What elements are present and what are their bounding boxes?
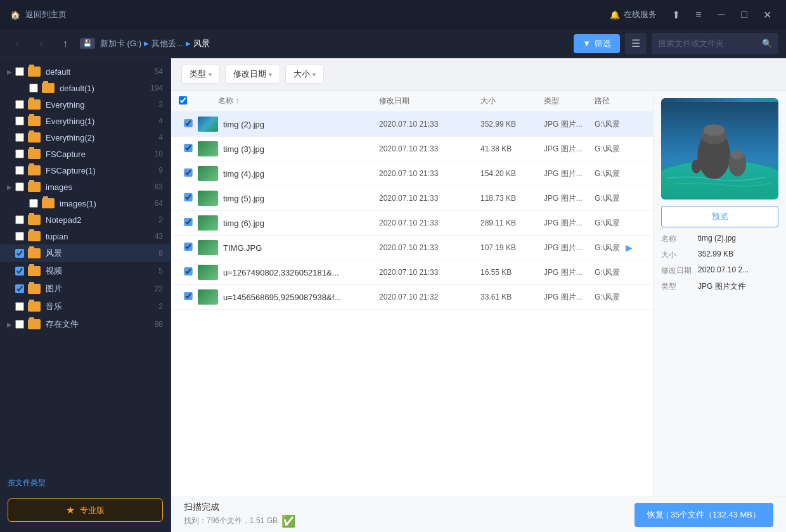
sidebar-item-count: 2 — [158, 302, 163, 311]
content-wrapper: 类型 ▾ 修改日期 ▾ 大小 ▾ — [171, 58, 786, 532]
row-checkbox[interactable] — [179, 243, 198, 251]
play-icon[interactable]: ▶ — [622, 241, 635, 254]
row-type: JPG 图片... — [544, 168, 595, 179]
table-row[interactable]: timg (4).jpg 2020.07.10 21:33 154.20 KB … — [171, 162, 653, 186]
sidebar-item-images1[interactable]: images(1) 64 — [0, 195, 171, 212]
select-all-checkbox[interactable] — [179, 96, 187, 104]
list-view-button[interactable]: ☰ — [625, 33, 647, 54]
online-service-button[interactable]: 🔔 在线服务 — [610, 9, 657, 20]
filter-button[interactable]: ▼ 筛选 — [574, 34, 620, 53]
folder-icon — [28, 319, 41, 329]
row-checkbox[interactable] — [179, 144, 198, 152]
menu-button[interactable]: ≡ — [690, 6, 707, 23]
row-checkbox[interactable] — [179, 292, 198, 300]
sidebar-item-everything2[interactable]: Everything(2) 4 — [0, 129, 171, 146]
size-filter-dropdown[interactable]: 大小 ▾ — [285, 65, 324, 84]
row-size: 107.19 KB — [480, 243, 544, 252]
breadcrumb-path1[interactable]: 其他丢... — [151, 38, 183, 49]
table-row[interactable]: timg (2).jpg 2020.07.10 21:33 352.99 KB … — [171, 112, 653, 137]
sidebar-check-fscapture1[interactable] — [15, 166, 24, 175]
row-checkbox[interactable] — [179, 119, 198, 127]
info-size-row: 大小 352.99 KB — [661, 250, 778, 260]
share-button[interactable]: ⬆ — [667, 6, 685, 23]
sidebar-check-tupian2[interactable] — [15, 284, 24, 293]
header-date-col[interactable]: 修改日期 — [379, 96, 480, 106]
scan-status: 扫描完成 找到：796个文件，1.51 GB ✅ — [184, 502, 295, 528]
size-value: 352.99 KB — [698, 250, 778, 260]
restore-button[interactable]: 恢复 | 35个文件（132.43 MB） — [635, 503, 773, 527]
sidebar-item-cunzai[interactable]: ▶ 存在文件 98 — [0, 315, 171, 333]
type-filter-dropdown[interactable]: 类型 ▾ — [181, 65, 220, 84]
row-checkbox[interactable] — [179, 193, 198, 201]
header-size-col[interactable]: 大小 — [480, 96, 544, 106]
sidebar-item-images[interactable]: ▶ images 63 — [0, 179, 171, 195]
row-checkbox[interactable] — [179, 218, 198, 226]
date-label: 修改日期 — [661, 265, 693, 276]
sidebar-check-everything2[interactable] — [15, 133, 24, 142]
search-input[interactable] — [658, 39, 762, 48]
maximize-button[interactable]: □ — [735, 6, 753, 23]
sidebar-item-count: 22 — [155, 284, 163, 293]
table-row[interactable]: TIMG.JPG 2020.07.10 21:33 107.19 KB JPG … — [171, 236, 653, 260]
sidebar-item-yinyue[interactable]: 音乐 2 — [0, 298, 171, 315]
sidebar-check-everything[interactable] — [15, 100, 24, 109]
sidebar-item-fscapture[interactable]: FSCapture 10 — [0, 146, 171, 162]
row-type: JPG 图片... — [544, 267, 595, 278]
sidebar-check-fengjing[interactable] — [15, 249, 24, 258]
table-row[interactable]: timg (6).jpg 2020.07.10 21:33 289.11 KB … — [171, 211, 653, 236]
sidebar-check-default1[interactable] — [29, 84, 38, 92]
header-path-col[interactable]: 路径 — [595, 96, 645, 106]
row-size: 289.11 KB — [480, 218, 544, 227]
sidebar-check-default[interactable] — [15, 67, 24, 76]
folder-icon — [28, 132, 41, 142]
sidebar-item-count: 9 — [158, 166, 163, 175]
sidebar-check-shipin[interactable] — [15, 267, 24, 276]
table-row[interactable]: u=1456568695,9259087938&f... 2020.07.10 … — [171, 285, 653, 310]
sidebar-item-tupian[interactable]: tupian 43 — [0, 228, 171, 244]
breadcrumb-drive[interactable]: 新加卡 (G:) — [100, 38, 141, 49]
premium-label: 专业版 — [80, 505, 105, 516]
home-button[interactable]: 🏠 返回到主页 — [10, 9, 67, 20]
file-info: 名称 timg (2).jpg 大小 352.99 KB 修改日期 2020.0… — [661, 234, 778, 292]
sidebar-check-fscapture[interactable] — [15, 149, 24, 158]
header-type-col[interactable]: 类型 — [544, 96, 595, 106]
sidebar-check-cunzai[interactable] — [15, 320, 24, 329]
premium-button[interactable]: ★ 专业版 — [8, 498, 163, 522]
close-button[interactable]: ✕ — [758, 6, 776, 23]
up-button[interactable]: ↑ — [56, 34, 75, 53]
info-type-row: 类型 JPG 图片文件 — [661, 281, 778, 292]
sidebar-item-shipin[interactable]: 视频 5 — [0, 262, 171, 280]
sidebar-item-default[interactable]: ▶ default 54 — [0, 63, 171, 80]
sidebar-item-fengjing[interactable]: 风景 8 — [0, 244, 171, 262]
sidebar-check-images1[interactable] — [29, 199, 38, 208]
preview-button[interactable]: 预览 — [661, 206, 778, 227]
sidebar-item-everything1[interactable]: Everything(1) 4 — [0, 113, 171, 129]
header-name-col[interactable]: 名称 — [218, 96, 379, 106]
sidebar-item-default1[interactable]: default(1) 194 — [0, 80, 171, 96]
forward-button[interactable]: › — [32, 34, 51, 53]
path-header-label: 路径 — [595, 96, 610, 105]
sidebar-item-everything[interactable]: Everything 3 — [0, 96, 171, 113]
sidebar-item-label: 风景 — [46, 248, 156, 259]
row-path: G:\风景 — [595, 119, 645, 130]
sidebar-item-tupian2[interactable]: 图片 22 — [0, 280, 171, 298]
back-button[interactable]: ‹ — [8, 34, 27, 53]
minimize-button[interactable]: ─ — [712, 6, 730, 23]
search-box[interactable]: 🔍 — [652, 33, 778, 54]
table-row[interactable]: timg (5).jpg 2020.07.10 21:33 118.73 KB … — [171, 186, 653, 211]
sidebar-check-notepad2[interactable] — [15, 215, 24, 224]
sidebar-check-tupian[interactable] — [15, 232, 24, 241]
arrow-icon: ▶ — [5, 320, 14, 329]
table-row[interactable]: timg (3).jpg 2020.07.10 21:33 41.38 KB J… — [171, 137, 653, 162]
row-checkbox[interactable] — [179, 168, 198, 177]
sidebar-check-yinyue[interactable] — [15, 302, 24, 311]
sidebar-item-fscapture1[interactable]: FSCapture(1) 9 — [0, 162, 171, 179]
sidebar-check-everything1[interactable] — [15, 117, 24, 125]
sidebar-item-notepad2[interactable]: Notepad2 2 — [0, 212, 171, 228]
table-row[interactable]: u=1267490802,3326052181&... 2020.07.10 2… — [171, 260, 653, 285]
breadcrumb-path2[interactable]: 风景 — [193, 38, 210, 49]
row-checkbox[interactable] — [179, 267, 198, 276]
date-filter-dropdown[interactable]: 修改日期 ▾ — [225, 65, 280, 84]
file-type-filter[interactable]: 按文件类型 — [0, 472, 171, 493]
sidebar-check-images[interactable] — [15, 182, 24, 191]
